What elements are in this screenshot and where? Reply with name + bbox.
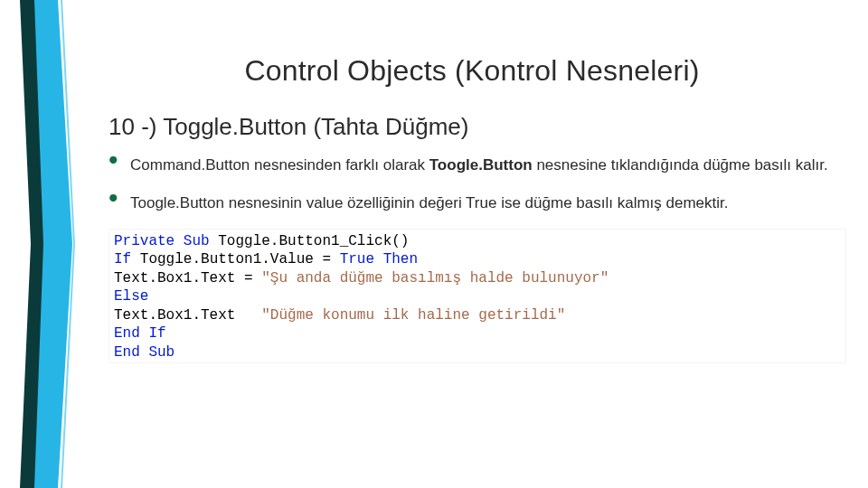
code-kw: Private Sub	[114, 233, 218, 249]
slide-title: Control Objects (Kontrol Nesneleri)	[108, 54, 835, 88]
code-kw: End Sub	[114, 344, 175, 361]
bullet-text-pre: Toogle.Button nesnesinin value özelliğin…	[130, 194, 728, 211]
code-snippet: Private Sub Toggle.Button1_Click() If To…	[108, 229, 846, 363]
code-token: Text.Box1.Text =	[114, 270, 261, 286]
code-kw: If	[114, 251, 140, 267]
bullet-text-bold: Toogle.Button	[429, 156, 533, 174]
bullet-item: Toogle.Button nesnesinin value özelliğin…	[108, 192, 835, 215]
code-token: Toggle.Button1.Value =	[140, 251, 340, 267]
code-kw: Else	[114, 288, 148, 305]
code-kw: True Then	[340, 251, 418, 267]
bullet-text-pre: Command.Button nesnesinden farklı olarak	[130, 156, 429, 174]
code-string: "Şu anda düğme basılmış halde bulunuyor"	[261, 270, 609, 286]
code-pre: Private Sub Toggle.Button1_Click() If To…	[108, 229, 846, 363]
bullet-item: Command.Button nesnesinden farklı olarak…	[108, 154, 835, 177]
section-subtitle: 10 -) Toggle.Button (Tahta Düğme)	[108, 113, 835, 141]
code-kw: End If	[114, 325, 166, 342]
code-string: "Düğme konumu ilk haline getirildi"	[261, 307, 565, 324]
code-token: Toggle.Button1_Click()	[218, 233, 409, 249]
code-token: Text.Box1.Text	[114, 307, 261, 324]
bullet-text-post: nesnesine tıklandığında düğme basılı kal…	[533, 156, 828, 174]
